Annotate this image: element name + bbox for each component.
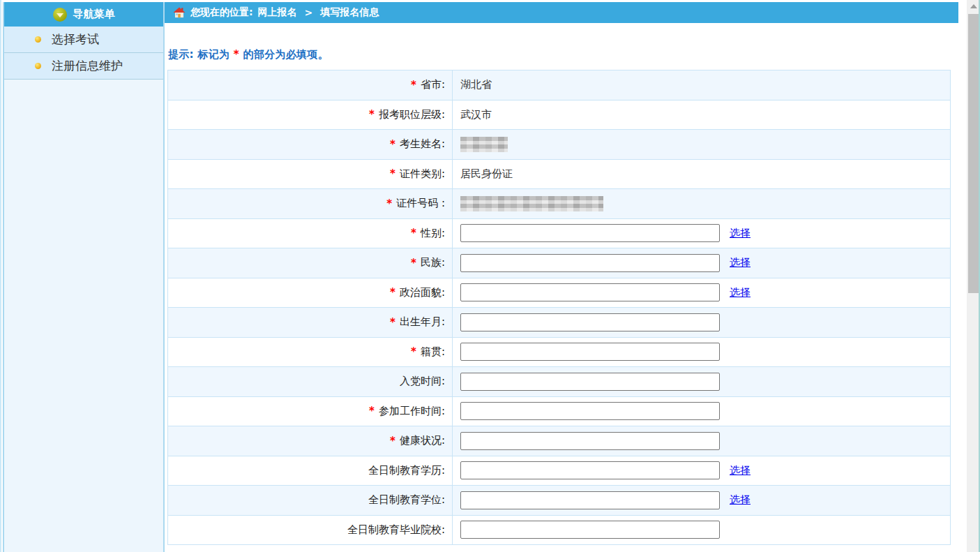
field-label-political-status: *政治面貌: xyxy=(168,278,452,308)
fulltime-school-input[interactable] xyxy=(460,521,720,539)
field-label-party-join-date: 入党时间: xyxy=(168,367,452,396)
required-asterisk: * xyxy=(411,227,416,239)
form-row-work-start-date: *参加工作时间: xyxy=(168,397,950,427)
form-row-candidate-name: *考生姓名: xyxy=(168,130,950,160)
form-row-fulltime-degree: 全日制教育学位:选择 xyxy=(168,486,950,516)
gender-select-link[interactable]: 选择 xyxy=(730,227,751,240)
scrollbar-thumb[interactable] xyxy=(968,14,979,293)
sidebar-header-label: 导航菜单 xyxy=(73,8,115,21)
form-row-fulltime-education: 全日制教育学历:选择 xyxy=(168,456,950,486)
required-asterisk: * xyxy=(386,197,392,210)
static-value: 居民身份证 xyxy=(460,167,513,181)
required-asterisk: * xyxy=(390,138,395,151)
bullet-icon xyxy=(35,63,41,69)
required-asterisk: * xyxy=(411,79,416,91)
field-label-text: 政治面貌: xyxy=(400,286,445,299)
field-value-gender: 选择 xyxy=(452,219,950,248)
gender-input[interactable] xyxy=(460,224,720,242)
work-start-date-input[interactable] xyxy=(460,402,720,420)
masked-value xyxy=(460,196,603,211)
field-label-gender: *性别: xyxy=(168,219,452,248)
field-label-work-start-date: *参加工作时间: xyxy=(168,397,452,426)
field-label-birth-date: *出生年月: xyxy=(168,308,452,337)
field-label-text: 全日制教育学历: xyxy=(368,464,445,477)
form-row-gender: *性别:选择 xyxy=(168,219,950,249)
static-value: 武汉市 xyxy=(460,108,492,121)
fulltime-education-input[interactable] xyxy=(460,461,720,479)
native-place-input[interactable] xyxy=(460,343,720,361)
required-asterisk: * xyxy=(390,316,395,329)
field-value-fulltime-degree: 选择 xyxy=(452,486,950,515)
form-row-fulltime-school: 全日制教育毕业院校: xyxy=(168,516,950,546)
form-row-ethnicity: *民族:选择 xyxy=(168,248,950,278)
sidebar-item-select-exam[interactable]: 选择考试 xyxy=(4,27,163,53)
field-label-text: 证件号码 : xyxy=(396,197,445,210)
field-label-text: 考生姓名: xyxy=(400,137,445,151)
sidebar: 导航菜单 选择考试 注册信息维护 xyxy=(3,2,165,552)
field-label-text: 证件类别: xyxy=(400,167,445,181)
breadcrumb-prefix: 您现在的位置: xyxy=(190,6,253,19)
form-row-id-type: *证件类别:居民身份证 xyxy=(168,160,950,190)
field-label-ethnicity: *民族: xyxy=(168,248,452,278)
field-label-text: 性别: xyxy=(421,227,445,240)
form-row-health-status: *健康状况: xyxy=(168,426,950,456)
field-label-text: 健康状况: xyxy=(400,434,445,447)
field-value-position-level: 武汉市 xyxy=(452,100,950,130)
field-value-work-start-date xyxy=(452,397,950,426)
static-value: 湖北省 xyxy=(460,78,492,91)
required-asterisk: * xyxy=(390,167,395,180)
required-asterisk: * xyxy=(411,345,416,358)
fulltime-degree-select-link[interactable]: 选择 xyxy=(730,493,751,507)
sidebar-item-label: 注册信息维护 xyxy=(52,58,123,74)
field-value-province: 湖北省 xyxy=(452,70,950,100)
field-value-birth-date xyxy=(452,308,950,337)
form-row-id-number: *证件号码 : xyxy=(168,189,950,219)
bullet-icon xyxy=(35,36,41,43)
political-status-input[interactable] xyxy=(460,283,720,301)
party-join-date-input[interactable] xyxy=(460,373,720,391)
political-status-select-link[interactable]: 选择 xyxy=(730,286,751,299)
sidebar-item-label: 选择考试 xyxy=(52,31,99,47)
fulltime-degree-input[interactable] xyxy=(460,491,720,509)
ethnicity-select-link[interactable]: 选择 xyxy=(730,256,751,269)
fulltime-education-select-link[interactable]: 选择 xyxy=(730,464,751,477)
home-icon xyxy=(173,7,186,18)
chevron-down-icon xyxy=(53,8,67,22)
form-row-birth-date: *出生年月: xyxy=(168,308,950,338)
sidebar-item-registration-info[interactable]: 注册信息维护 xyxy=(4,53,163,80)
field-value-fulltime-school xyxy=(452,516,950,545)
breadcrumb-item: 填写报名信息 xyxy=(320,6,379,19)
required-asterisk: * xyxy=(369,108,375,121)
field-value-candidate-name xyxy=(452,130,950,159)
breadcrumb-item: 网上报名 xyxy=(258,6,297,19)
form-row-position-level: *报考职位层级:武汉市 xyxy=(168,100,950,130)
field-label-text: 出生年月: xyxy=(400,315,445,329)
field-label-fulltime-degree: 全日制教育学位: xyxy=(168,486,452,515)
hint-suffix: 的部分为必填项。 xyxy=(243,48,329,61)
window-left-edge xyxy=(0,0,1,552)
breadcrumb-separator: > xyxy=(302,7,316,18)
field-label-text: 入党时间: xyxy=(400,375,445,388)
required-asterisk: * xyxy=(390,435,395,447)
field-value-id-number xyxy=(452,189,950,218)
field-value-id-type: 居民身份证 xyxy=(452,160,950,189)
breadcrumb: 您现在的位置: 网上报名 > 填写报名信息 xyxy=(165,2,958,23)
masked-value xyxy=(460,137,508,152)
field-label-text: 参加工作时间: xyxy=(379,405,445,418)
birth-date-input[interactable] xyxy=(460,313,720,331)
field-value-political-status: 选择 xyxy=(452,278,950,308)
form-row-party-join-date: 入党时间: xyxy=(168,367,950,397)
field-label-text: 全日制教育毕业院校: xyxy=(347,523,445,537)
required-asterisk: * xyxy=(369,405,375,417)
health-status-input[interactable] xyxy=(460,432,720,450)
registration-form: *省市:湖北省*报考职位层级:武汉市*考生姓名:*证件类别:居民身份证*证件号码… xyxy=(167,70,951,545)
field-value-native-place xyxy=(452,338,950,367)
required-asterisk: * xyxy=(411,257,416,269)
ethnicity-input[interactable] xyxy=(460,254,720,272)
field-label-native-place: *籍贯: xyxy=(168,338,452,367)
form-row-native-place: *籍贯: xyxy=(168,338,950,368)
field-value-health-status xyxy=(452,426,950,456)
field-label-health-status: *健康状况: xyxy=(168,426,452,456)
hint-prefix: 提示: 标记为 xyxy=(168,48,229,61)
form-row-political-status: *政治面貌:选择 xyxy=(168,278,950,308)
